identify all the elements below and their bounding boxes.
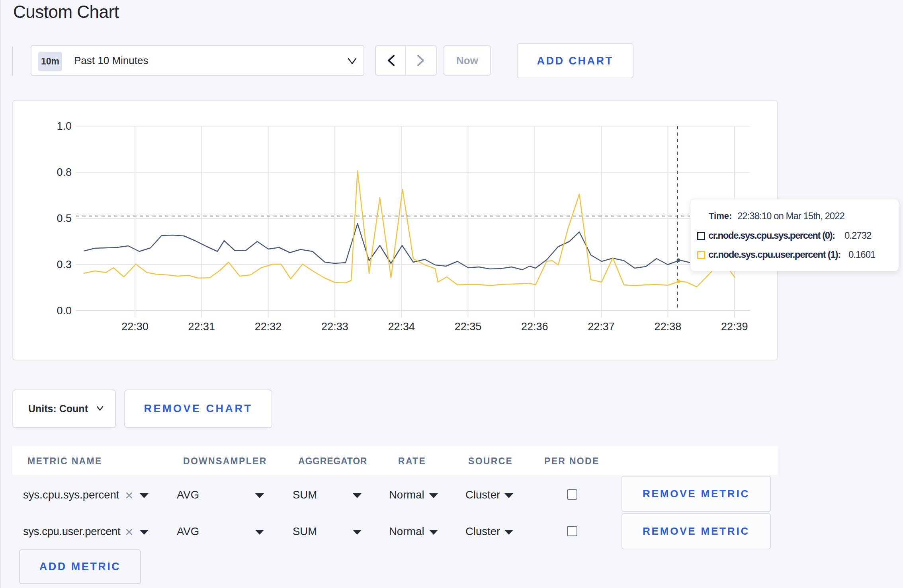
svg-text:22:35: 22:35 <box>455 321 482 333</box>
svg-text:0.3: 0.3 <box>57 259 72 271</box>
svg-text:22:38: 22:38 <box>655 321 682 333</box>
svg-text:22:36: 22:36 <box>521 321 548 333</box>
svg-text:22:33: 22:33 <box>321 321 348 333</box>
svg-text:22:32: 22:32 <box>255 321 282 333</box>
svg-text:0.5: 0.5 <box>57 212 72 224</box>
svg-text:22:34: 22:34 <box>388 321 415 333</box>
svg-text:1.0: 1.0 <box>57 120 72 132</box>
svg-text:22:31: 22:31 <box>188 321 215 333</box>
svg-text:0.8: 0.8 <box>57 166 72 178</box>
svg-text:22:37: 22:37 <box>588 321 615 333</box>
svg-text:22:30: 22:30 <box>121 321 149 333</box>
svg-text:22:39: 22:39 <box>721 321 748 333</box>
svg-text:0.0: 0.0 <box>57 305 72 317</box>
